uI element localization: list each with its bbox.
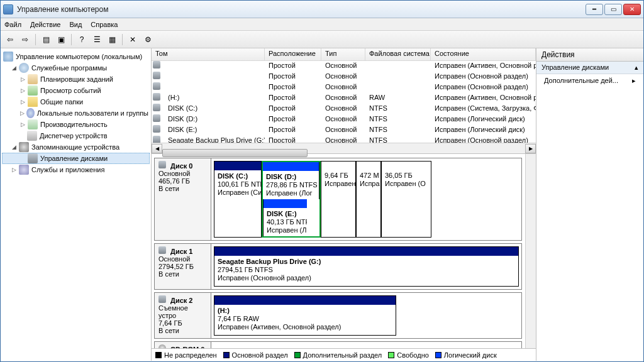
tree-users[interactable]: ▷ Локальные пользователи и группы: [2, 107, 150, 119]
maximize-button[interactable]: ▭: [604, 4, 622, 15]
volume-icon: [153, 82, 160, 90]
tree-services[interactable]: ▷ Службы и приложения: [2, 164, 150, 175]
disk-partitions: Seagate Backup Plus Drive (G:)2794,51 ГБ…: [211, 244, 521, 289]
partition[interactable]: 36,05 ГБИсправен (О: [381, 161, 431, 238]
volume-icon: [153, 61, 160, 69]
partition[interactable]: 472 МИспра: [356, 161, 381, 238]
disk-info[interactable]: CD-ROM 0: [155, 342, 211, 348]
partition[interactable]: (H:)7,64 ГБ RAWИсправен (Активен, Основн…: [214, 295, 396, 336]
tree-diskmgmt[interactable]: Управление дисками: [2, 153, 150, 164]
tree-events[interactable]: ▷ Просмотр событий: [2, 85, 150, 96]
partition[interactable]: DISK (E:)40,13 ГБ NTFИсправен (Л: [263, 199, 307, 236]
tree-utilities[interactable]: ◢ Служебные программы: [2, 62, 150, 74]
expand-icon[interactable]: ▷: [19, 99, 26, 106]
view1-button[interactable]: ☰: [90, 33, 104, 47]
cell-type: Основной: [321, 61, 365, 72]
minimize-button[interactable]: ━: [586, 4, 603, 15]
forward-button[interactable]: ⇨: [18, 33, 32, 47]
delete-button[interactable]: ✕: [126, 33, 140, 47]
table-row[interactable]: ПростойОсновнойИсправен (Активен, Основн…: [152, 61, 536, 72]
col-status[interactable]: Состояние: [431, 48, 536, 60]
nav-tree[interactable]: Управление компьютером (локальным) ◢ Слу…: [1, 48, 152, 361]
collapse-icon[interactable]: ◢: [11, 65, 18, 72]
col-volume[interactable]: Том: [152, 48, 265, 60]
menu-help[interactable]: Справка: [91, 21, 118, 28]
view2-button[interactable]: ▦: [105, 33, 119, 47]
back-button[interactable]: ⇦: [3, 33, 17, 47]
table-row[interactable]: ПростойОсновнойИсправен (Основной раздел…: [152, 82, 536, 93]
disk-info[interactable]: Диск 1Основной2794,52 ГБВ сети: [155, 244, 211, 289]
horizontal-scrollbar[interactable]: ◀ ▶: [152, 143, 536, 153]
action-group-label: Управление дисками: [541, 63, 609, 72]
table-row[interactable]: (H:)ПростойОсновнойRAWИсправен (Активен,…: [152, 93, 536, 104]
table-header: Том Расположение Тип Файловая система Со…: [152, 48, 536, 61]
settings-button[interactable]: ⚙: [141, 33, 155, 47]
disk-layout-pane[interactable]: Диск 0Основной465,76 ГБВ сетиDISK (C:)10…: [152, 154, 536, 348]
partition[interactable]: DISK (C:)100,61 ГБ NTFSИсправен (Си: [214, 161, 262, 238]
tree-shared[interactable]: ▷ Общие папки: [2, 96, 150, 107]
disk-partitions: DISK (C:)100,61 ГБ NTFSИсправен (СиDISK …: [211, 158, 521, 240]
tree-storage[interactable]: ◢ Запоминающие устройства: [2, 141, 150, 153]
table-row[interactable]: ПростойОсновнойИсправен (Основной раздел…: [152, 72, 536, 82]
disk-row-cdrom[interactable]: CD-ROM 0: [154, 341, 522, 348]
action-more[interactable]: Дополнительные дей... ▸: [536, 74, 643, 87]
main-pane: Том Расположение Тип Файловая система Со…: [152, 48, 536, 361]
free-swatch: [388, 352, 394, 358]
action-group-disk[interactable]: Управление дисками ▴: [536, 62, 643, 74]
close-button[interactable]: ✕: [623, 4, 641, 15]
col-fs[interactable]: Файловая система: [365, 48, 431, 60]
col-type[interactable]: Тип: [321, 48, 365, 60]
table-row[interactable]: DISK (C:)ПростойОсновнойNTFSИсправен (Си…: [152, 104, 536, 114]
cell-status: Исправен (Активен, Основной раздел): [431, 93, 536, 104]
events-icon: [28, 85, 38, 96]
expand-icon[interactable]: ▷: [19, 121, 26, 128]
tree-perf[interactable]: ▷ Производительность: [2, 119, 150, 130]
titlebar[interactable]: Управление компьютером ━ ▭ ✕: [1, 1, 643, 18]
tree-root[interactable]: Управление компьютером (локальным): [2, 51, 150, 62]
tree-scheduler[interactable]: ▷ Планировщик заданий: [2, 74, 150, 85]
cell-name: DISK (E:): [164, 125, 265, 136]
help-button[interactable]: ?: [75, 33, 89, 47]
table-row[interactable]: DISK (E:)ПростойОсновнойNTFSИсправен (Ло…: [152, 125, 536, 136]
cell-name: DISK (C:): [164, 104, 265, 114]
volume-icon: [153, 104, 160, 111]
menu-file[interactable]: Файл: [4, 21, 21, 28]
folder-icon: [28, 97, 38, 107]
disk-info[interactable]: Диск 2Съемное устро7,64 ГБВ сети: [155, 293, 211, 338]
collapse-icon[interactable]: ◢: [11, 144, 18, 151]
col-layout[interactable]: Расположение: [265, 48, 321, 60]
disk-icon: [158, 246, 166, 254]
scroll-right-icon[interactable]: ▶: [525, 144, 536, 153]
tree-devices[interactable]: Диспетчер устройств: [2, 130, 150, 141]
computer-icon: [3, 52, 13, 62]
expand-icon[interactable]: ▷: [19, 87, 26, 94]
extended-partition[interactable]: DISK (D:)278,86 ГБ NTFSИсправен (ЛогDISK…: [262, 161, 321, 238]
partition[interactable]: 9,64 ГБИсправен: [321, 161, 356, 238]
expand-icon[interactable]: ▷: [19, 110, 25, 117]
vertical-scrollbar[interactable]: [525, 154, 536, 348]
table-row[interactable]: DISK (D:)ПростойОсновнойNTFSИсправен (Ло…: [152, 114, 536, 125]
menu-view[interactable]: Вид: [69, 21, 82, 28]
legend-primary: Основной раздел: [232, 351, 288, 359]
cell-fs: NTFS: [365, 114, 431, 125]
scheduler-icon: [28, 74, 38, 84]
properties-button[interactable]: ▣: [54, 33, 68, 47]
collapse-up-icon[interactable]: ▴: [635, 63, 638, 72]
disk-row[interactable]: Диск 1Основной2794,52 ГБВ сетиSeagate Ba…: [154, 243, 522, 290]
partition[interactable]: DISK (D:)278,86 ГБ NTFSИсправен (Лог: [263, 162, 319, 199]
cell-type: Основной: [321, 125, 365, 136]
partition[interactable]: Seagate Backup Plus Drive (G:)2794,51 ГБ…: [214, 246, 519, 287]
cell-status: Исправен (Логический диск): [431, 125, 536, 136]
expand-icon[interactable]: ▷: [19, 76, 26, 83]
disk-row[interactable]: Диск 2Съемное устро7,64 ГБВ сети (H:)7,6…: [154, 292, 522, 339]
table-row[interactable]: Seagate Backup Plus Drive (G:)ПростойОсн…: [152, 136, 536, 143]
cell-name: DISK (D:): [164, 114, 265, 125]
disk-info[interactable]: Диск 0Основной465,76 ГБВ сети: [155, 158, 211, 240]
chevron-right-icon: ▸: [632, 77, 636, 85]
expand-icon[interactable]: ▷: [11, 167, 18, 173]
tree-services-label: Службы и приложения: [31, 166, 104, 173]
show-hide-button[interactable]: ▤: [39, 33, 53, 47]
scroll-left-icon[interactable]: ◀: [152, 144, 162, 153]
disk-row[interactable]: Диск 0Основной465,76 ГБВ сетиDISK (C:)10…: [154, 158, 522, 241]
menu-action[interactable]: Действие: [30, 21, 60, 28]
